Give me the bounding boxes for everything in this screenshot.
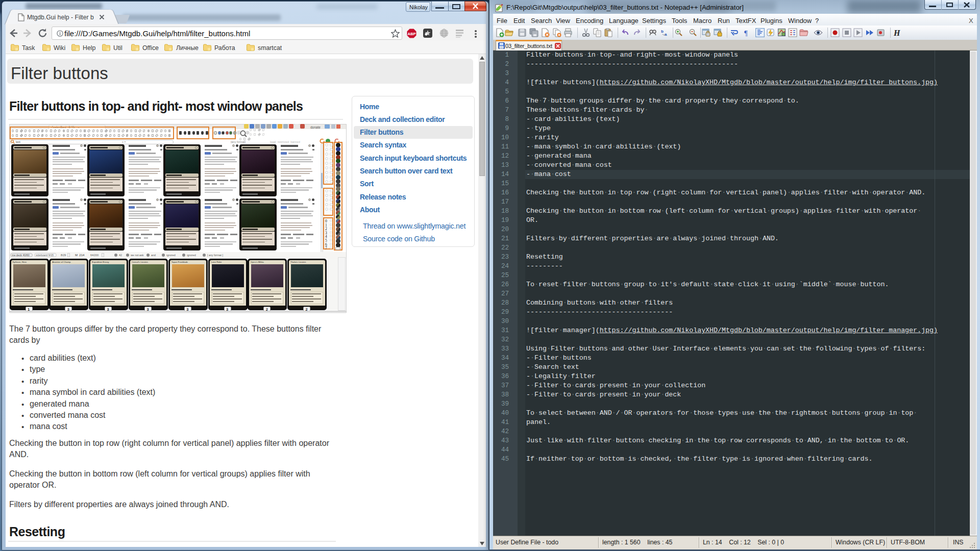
svg-text:ABP: ABP <box>408 32 416 36</box>
svg-text:H: H <box>893 29 900 37</box>
svg-text:a: a <box>665 32 667 37</box>
svg-text:¶: ¶ <box>744 29 748 37</box>
svg-text:b: b <box>661 29 664 34</box>
